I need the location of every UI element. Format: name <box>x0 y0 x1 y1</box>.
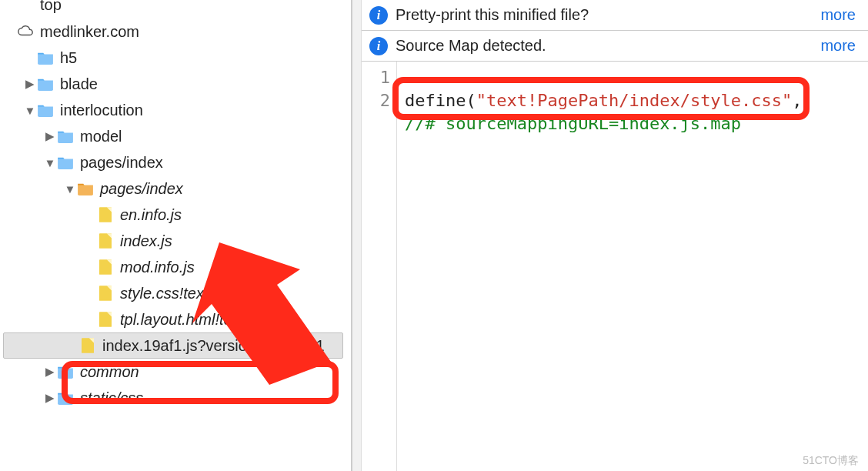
tree-item[interactable]: ▼pages/index <box>3 149 351 175</box>
tree-item-label: static/css <box>80 389 143 407</box>
twisty-icon[interactable]: ▼ <box>43 156 57 169</box>
info-icon: i <box>369 6 388 25</box>
folder-blue-icon <box>57 389 74 406</box>
tree-item-label: mod.info.js <box>120 259 195 276</box>
pretty-print-notice: i Pretty-print this minified file? more <box>362 0 868 31</box>
folder-blue-icon <box>57 154 74 171</box>
tree-item[interactable]: index.19af1.js?version=2016531 <box>3 332 343 359</box>
tree-item-label: medlinker.com <box>40 23 139 41</box>
file-yellow-icon <box>97 232 114 249</box>
cloud-icon <box>17 23 34 40</box>
tree-item-label: model <box>80 128 122 145</box>
folder-orange-icon <box>77 180 94 197</box>
code-token: define <box>405 91 466 110</box>
twisty-icon[interactable]: ▶ <box>43 391 57 405</box>
tree-item[interactable]: ▼interlocution <box>3 97 351 123</box>
code-content[interactable]: define("text!PagePath/index/style.css", … <box>397 62 868 471</box>
folder-blue-icon <box>57 363 74 380</box>
panel-divider[interactable] <box>352 0 362 471</box>
twisty-icon[interactable]: ▶ <box>23 77 37 91</box>
line-number: 1 <box>362 66 390 89</box>
tree-item[interactable]: ▶model <box>3 123 351 149</box>
tree-item[interactable]: ▶common <box>3 359 351 385</box>
twisty-icon[interactable]: ▶ <box>43 365 57 379</box>
tree-item[interactable]: index.js <box>3 228 351 254</box>
code-token: , <box>792 91 802 110</box>
tree-item-label: tpl.layout.html!text <box>120 311 244 329</box>
file-navigator[interactable]: topmedlinker.comh5▶blade▼interlocution▶m… <box>0 0 352 471</box>
tree-item-label: pages/index <box>100 180 183 198</box>
tree-item-label: index.js <box>120 232 172 250</box>
more-link[interactable]: more <box>820 37 856 55</box>
tree-item-label: pages/index <box>80 154 163 172</box>
notice-text: Source Map detected. <box>396 37 820 55</box>
tree-item-label: top <box>40 0 62 14</box>
tree-item-label: interlocution <box>60 102 143 119</box>
tree-item-label: h5 <box>60 49 77 67</box>
folder-blue-icon <box>37 75 54 92</box>
tree-item[interactable]: ▶blade <box>3 71 351 97</box>
code-token: "text!PagePath/index/style.css" <box>476 91 793 110</box>
watermark: 51CTO博客 <box>803 454 859 468</box>
code-token: ( <box>466 91 476 110</box>
tree-item-label: index.19af1.js?version=2016531 <box>102 337 325 355</box>
file-yellow-icon <box>97 206 114 223</box>
line-gutter: 1 2 <box>362 62 397 471</box>
more-link[interactable]: more <box>820 6 856 24</box>
source-panel: i Pretty-print this minified file? more … <box>362 0 868 471</box>
twisty-icon[interactable]: ▶ <box>43 129 57 143</box>
tree-item[interactable]: tpl.layout.html!text <box>3 306 351 332</box>
twisty-icon[interactable]: ▼ <box>23 104 37 117</box>
twisty-icon[interactable]: ▼ <box>63 182 77 195</box>
tree-item[interactable]: mod.info.js <box>3 254 351 280</box>
file-yellow-icon <box>97 259 114 276</box>
tree-item-label: blade <box>60 75 98 93</box>
tree-domain[interactable]: medlinker.com <box>3 18 351 45</box>
tree-item[interactable]: style.css!text <box>3 280 351 306</box>
tree-item[interactable]: ▶static/css <box>3 385 351 411</box>
folder-blue-icon <box>37 102 54 119</box>
info-icon: i <box>369 37 388 55</box>
notice-text: Pretty-print this minified file? <box>396 6 820 24</box>
tree-item-label: common <box>80 363 139 381</box>
tree-item-label: style.css!text <box>120 285 208 302</box>
folder-blue-icon <box>57 128 74 145</box>
folder-blue-icon <box>37 49 54 66</box>
tree-item[interactable]: ▼pages/index <box>3 175 351 202</box>
file-yellow-icon <box>97 285 114 302</box>
line-number: 2 <box>362 89 390 112</box>
tree-item-label: en.info.js <box>120 206 182 224</box>
sourcemap-notice: i Source Map detected. more <box>362 31 868 62</box>
tree-root[interactable]: top <box>3 0 351 18</box>
file-yellow-icon <box>79 337 96 354</box>
code-editor[interactable]: 1 2 define("text!PagePath/index/style.cs… <box>362 62 868 471</box>
tree-item[interactable]: en.info.js <box>3 202 351 228</box>
file-yellow-icon <box>97 311 114 328</box>
tree-item[interactable]: h5 <box>3 45 351 71</box>
code-token: //# sourceMappingURL=index.js.map <box>405 114 741 133</box>
